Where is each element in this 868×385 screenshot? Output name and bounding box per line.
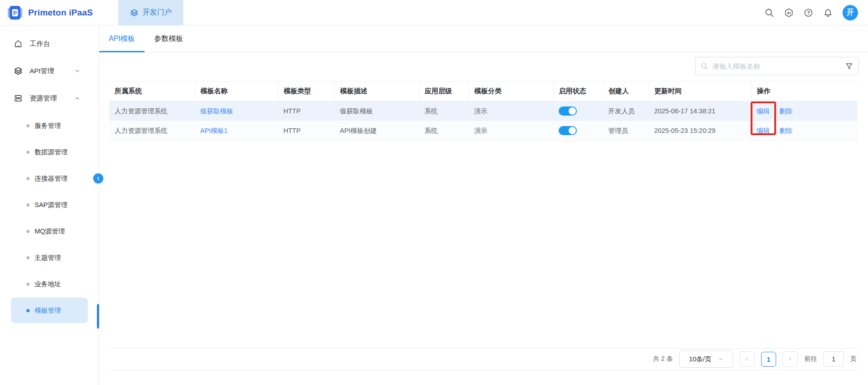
- layers-icon: [130, 9, 138, 17]
- template-search-box: [695, 57, 859, 75]
- cell-creator: 管理员: [603, 121, 649, 141]
- edit-link[interactable]: 编辑: [757, 107, 770, 116]
- sidebar-item-business-address[interactable]: 业务地址: [11, 271, 88, 297]
- filter-funnel-icon[interactable]: [845, 62, 853, 71]
- tab-param-template[interactable]: 参数模板: [145, 25, 193, 52]
- sidebar-item-label: 服务管理: [35, 122, 61, 130]
- col-header-type: 模板类型: [278, 81, 334, 101]
- col-header-updated: 更新时间: [649, 81, 751, 101]
- topbar: P Primeton iPaaS 开发门户 AI: [0, 0, 868, 25]
- divider: [774, 127, 775, 134]
- layers-icon: [14, 66, 23, 76]
- page-size-select[interactable]: 10条/页: [679, 350, 733, 368]
- chevron-up-icon: [74, 95, 81, 101]
- bullet-icon: [26, 124, 30, 127]
- sidebar-item-template-management[interactable]: 模板管理: [11, 298, 88, 323]
- topbar-actions: AI ? 开: [764, 5, 868, 20]
- portal-tab-dev[interactable]: 开发门户: [118, 0, 183, 25]
- sidebar-item-label: 数据源管理: [35, 148, 68, 157]
- prev-page-button[interactable]: [739, 351, 755, 367]
- template-name-link[interactable]: API模板1: [200, 127, 227, 134]
- chevron-right-icon: [787, 356, 793, 362]
- cell-type: HTTP: [278, 101, 334, 121]
- sidebar-item-mq-source-management[interactable]: MQ源管理: [11, 218, 88, 244]
- cell-category: 演示: [469, 101, 553, 121]
- sidebar-item-label: 业务地址: [35, 280, 61, 289]
- sidebar-item-connector-management[interactable]: 连接器管理: [11, 166, 88, 191]
- bullet-icon: [26, 203, 30, 207]
- svg-text:AI: AI: [787, 10, 791, 15]
- primeton-logo-icon: P: [6, 4, 24, 21]
- bullet-icon: [26, 151, 30, 154]
- svg-text:?: ?: [807, 10, 810, 15]
- chevron-left-icon: [96, 176, 101, 181]
- ai-assistant-icon[interactable]: AI: [784, 8, 794, 18]
- sidebar-item-datasource-management[interactable]: 数据源管理: [11, 139, 88, 165]
- sidebar-collapse-button[interactable]: [93, 173, 103, 183]
- brand-name: Primeton iPaaS: [28, 8, 93, 18]
- chevron-left-icon: [744, 356, 750, 362]
- tab-label: API模板: [109, 34, 135, 44]
- notification-bell-icon[interactable]: [823, 8, 833, 18]
- cell-desc: 值获取模板: [334, 101, 419, 121]
- search-icon[interactable]: [764, 8, 774, 18]
- cell-creator: 开发人员: [603, 101, 649, 121]
- cell-category: 演示: [469, 121, 553, 141]
- sidebar-item-label: 模板管理: [35, 306, 61, 315]
- page-unit-label: 页: [850, 355, 857, 363]
- enable-toggle[interactable]: [559, 106, 577, 116]
- sidebar-item-label: 主题管理: [35, 253, 61, 262]
- bullet-icon: [26, 230, 30, 233]
- help-icon[interactable]: ?: [803, 8, 813, 18]
- cell-updated: 2025-05-23 15:20:29: [649, 121, 751, 141]
- next-page-button[interactable]: [782, 351, 798, 367]
- sidebar-item-resource-management[interactable]: 资源管理: [0, 85, 99, 112]
- tab-bar: API模板 参数模板: [99, 25, 868, 52]
- delete-link[interactable]: 删除: [779, 107, 792, 116]
- col-header-creator: 创建人: [603, 81, 649, 101]
- cell-system: 人力资源管理系统: [109, 121, 195, 141]
- template-name-link[interactable]: 值获取模板: [200, 107, 233, 115]
- bullet-icon: [26, 177, 30, 180]
- page-number-button[interactable]: 1: [761, 352, 776, 367]
- sidebar-item-api-management[interactable]: API管理: [0, 57, 99, 85]
- col-header-name: 模板名称: [195, 81, 278, 101]
- sidebar-item-workbench[interactable]: 工作台: [0, 30, 99, 57]
- tab-api-template[interactable]: API模板: [99, 25, 145, 52]
- sidebar-item-label: 资源管理: [30, 94, 57, 103]
- tab-label: 参数模板: [154, 34, 183, 44]
- cell-updated: 2025-06-17 14:38:21: [649, 101, 751, 121]
- svg-text:P: P: [13, 10, 17, 16]
- chevron-down-icon: [718, 356, 723, 362]
- server-icon: [14, 94, 23, 103]
- goto-page-input[interactable]: [823, 351, 844, 367]
- col-header-desc: 模板描述: [334, 81, 419, 101]
- col-header-level: 应用层级: [419, 81, 469, 101]
- delete-link[interactable]: 删除: [779, 127, 792, 135]
- template-table: 所属系统 模板名称 模板类型 模板描述 应用层级 模板分类 启用状态 创建人 更…: [109, 81, 858, 141]
- cell-level: 系统: [419, 121, 469, 141]
- search-row: [99, 52, 868, 75]
- portal-tab-label: 开发门户: [142, 8, 172, 17]
- cell-level: 系统: [419, 101, 469, 121]
- sidebar-item-service-management[interactable]: 服务管理: [11, 113, 88, 138]
- user-avatar[interactable]: 开: [843, 5, 858, 20]
- col-header-system: 所属系统: [109, 81, 195, 101]
- home-icon: [14, 39, 23, 48]
- sidebar: 工作台 API管理: [0, 25, 99, 385]
- page-size-value: 10条/页: [689, 355, 711, 364]
- pagination-bar: 共 2 条 10条/页 1 前往 页: [109, 348, 858, 370]
- sidebar-item-sap-source-management[interactable]: SAP源管理: [11, 192, 88, 218]
- cell-system: 人力资源管理系统: [109, 101, 195, 121]
- bullet-icon: [26, 283, 30, 286]
- sidebar-item-label: 工作台: [30, 40, 50, 48]
- cell-desc: API模板创建: [334, 121, 419, 141]
- enable-toggle[interactable]: [559, 126, 577, 135]
- edit-link[interactable]: 编辑: [757, 127, 770, 135]
- template-search-input[interactable]: [712, 62, 841, 70]
- sidebar-item-topic-management[interactable]: 主题管理: [11, 245, 88, 270]
- table-row: 人力资源管理系统 值获取模板 HTTP 值获取模板 系统 演示 开发人员 202…: [109, 101, 858, 121]
- col-header-status: 启用状态: [553, 81, 603, 101]
- sidebar-item-label: MQ源管理: [35, 227, 65, 236]
- col-header-actions: 操作: [751, 81, 858, 101]
